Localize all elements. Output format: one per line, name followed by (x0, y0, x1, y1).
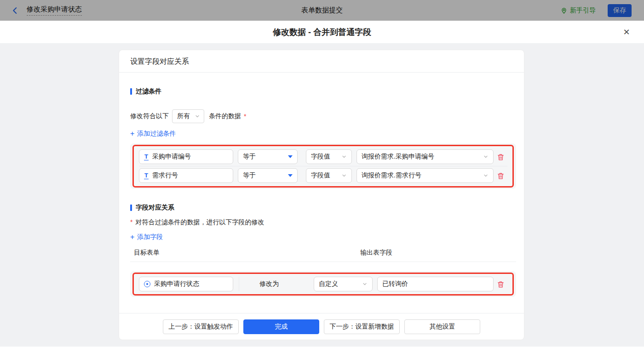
column-divider (239, 277, 239, 291)
filter-field-input[interactable]: T 采购申请编号 (139, 149, 233, 164)
operator-select[interactable]: 等于 (238, 149, 298, 164)
match-mode-select[interactable]: 所有 (172, 109, 204, 123)
row-divider (139, 166, 507, 166)
filter-field-input[interactable]: T 需求行号 (139, 168, 233, 183)
modal-body: 设置字段对应关系 过滤条件 修改符合以下 所有 条件的数据 (0, 44, 644, 347)
filter-section-title: 过滤条件 (130, 87, 516, 96)
caret-down-icon (288, 174, 293, 177)
mapping-description: 对符合过滤条件的数据，进行以下字段的修改 (135, 218, 264, 227)
operator-value: 等于 (243, 153, 256, 161)
text-field-icon: T (144, 154, 149, 160)
tutorial-highlight-box: 采购申请行状态 修改为 自定义 已转询价 (132, 273, 514, 296)
chevron-down-icon (195, 114, 200, 119)
page-title: 表单数据提交 (0, 6, 644, 15)
compare-value-select[interactable]: 询报价需求.需求行号 (356, 168, 494, 183)
compare-value: 询报价需求.需求行号 (362, 171, 421, 180)
mapping-section-title: 字段对应关系 (130, 204, 516, 212)
compare-value-select[interactable]: 询报价需求.采购申请编号 (356, 149, 494, 164)
modal-title: 修改数据 - 合并到普通字段 (273, 27, 371, 38)
chevron-down-icon (362, 281, 368, 287)
card-body: 过滤条件 修改符合以下 所有 条件的数据 * + 添加过滤条件 (119, 87, 524, 297)
filter-rows-container: T 采购申请编号 等于 字段值 (130, 143, 516, 189)
match-suffix-label: 条件的数据 (209, 112, 241, 120)
plus-icon: + (130, 131, 134, 137)
mapping-row: 采购申请行状态 修改为 自定义 已转询价 (139, 277, 507, 291)
done-button[interactable]: 完成 (243, 319, 319, 334)
add-filter-condition-label: 添加过滤条件 (137, 130, 176, 138)
radio-field-icon (144, 281, 150, 287)
section-accent-bar (130, 88, 132, 95)
beginner-guide-label: 新手引导 (570, 6, 596, 15)
delete-row-icon[interactable] (494, 172, 507, 180)
filter-row: T 需求行号 等于 字段值 (139, 168, 507, 183)
required-asterisk: * (244, 113, 246, 120)
delete-row-icon[interactable] (494, 280, 507, 288)
close-icon[interactable]: ✕ (621, 27, 632, 38)
match-mode-value: 所有 (177, 112, 190, 120)
location-pin-icon (560, 7, 568, 14)
tutorial-highlight-box: T 采购申请编号 等于 字段值 (132, 145, 514, 188)
save-button[interactable]: 保存 (608, 4, 632, 17)
card-header: 设置字段对应关系 (119, 50, 524, 73)
target-field-value: 采购申请行状态 (154, 280, 199, 288)
mapping-section-label: 字段对应关系 (136, 204, 174, 212)
filter-section-label: 过滤条件 (136, 87, 161, 96)
filter-field-value: 采购申请编号 (152, 153, 191, 161)
value-type-select[interactable]: 字段值 (306, 168, 352, 183)
mapping-columns-header: 目标表单 输出表字段 (130, 249, 516, 262)
add-field-label: 添加字段 (137, 233, 163, 241)
mapping-description-row: * 对符合过滤条件的数据，进行以下字段的修改 (130, 218, 516, 227)
chevron-down-icon (341, 173, 347, 178)
next-step-button[interactable]: 下一步：设置新增数据 (324, 319, 400, 334)
column-target-form: 目标表单 (134, 249, 160, 256)
card-footer: 上一步：设置触发动作 完成 下一步：设置新增数据 其他设置 (119, 313, 524, 340)
text-field-icon: T (144, 172, 149, 179)
add-field-button[interactable]: + 添加字段 (130, 233, 163, 241)
prev-step-button[interactable]: 上一步：设置触发动作 (163, 319, 239, 334)
field-mapping-card: 设置字段对应关系 过滤条件 修改符合以下 所有 条件的数据 (119, 50, 524, 340)
add-filter-condition-button[interactable]: + 添加过滤条件 (130, 130, 176, 138)
custom-value: 已转询价 (382, 280, 408, 288)
filter-field-value: 需求行号 (152, 171, 178, 180)
plus-icon: + (130, 234, 134, 240)
match-condition-row: 修改符合以下 所有 条件的数据 * (130, 109, 516, 123)
column-output-field: 输出表字段 (360, 249, 392, 257)
chevron-down-icon (483, 154, 489, 159)
delete-row-icon[interactable] (494, 153, 507, 161)
chevron-down-icon (483, 173, 489, 178)
value-mode-select[interactable]: 自定义 (314, 277, 373, 291)
value-type-value: 字段值 (311, 153, 330, 161)
section-accent-bar (130, 205, 132, 211)
required-asterisk: * (130, 218, 132, 227)
value-type-select[interactable]: 字段值 (306, 149, 352, 164)
custom-value-input[interactable]: 已转询价 (377, 277, 494, 291)
top-bar: 修改采购申请状态 表单数据提交 新手引导 保存 (0, 0, 644, 21)
mapping-rows-container: 采购申请行状态 修改为 自定义 已转询价 (130, 271, 516, 297)
compare-value: 询报价需求.采购申请编号 (362, 153, 434, 161)
beginner-guide-link[interactable]: 新手引导 (560, 6, 596, 15)
caret-down-icon (288, 155, 293, 158)
value-mode-value: 自定义 (319, 280, 338, 288)
operator-select[interactable]: 等于 (238, 168, 298, 183)
target-field-input[interactable]: 采购申请行状态 (139, 277, 233, 291)
other-settings-button[interactable]: 其他设置 (404, 319, 480, 334)
filter-row: T 采购申请编号 等于 字段值 (139, 149, 507, 164)
modal-header: 修改数据 - 合并到普通字段 ✕ (0, 21, 644, 44)
match-prefix-label: 修改符合以下 (130, 112, 169, 120)
modify-data-modal: 修改数据 - 合并到普通字段 ✕ 设置字段对应关系 过滤条件 修改符合以下 所有 (0, 21, 644, 347)
chevron-down-icon (341, 154, 347, 159)
operator-value: 等于 (243, 171, 256, 180)
modify-to-label: 修改为 (259, 280, 279, 288)
value-type-value: 字段值 (311, 171, 330, 180)
